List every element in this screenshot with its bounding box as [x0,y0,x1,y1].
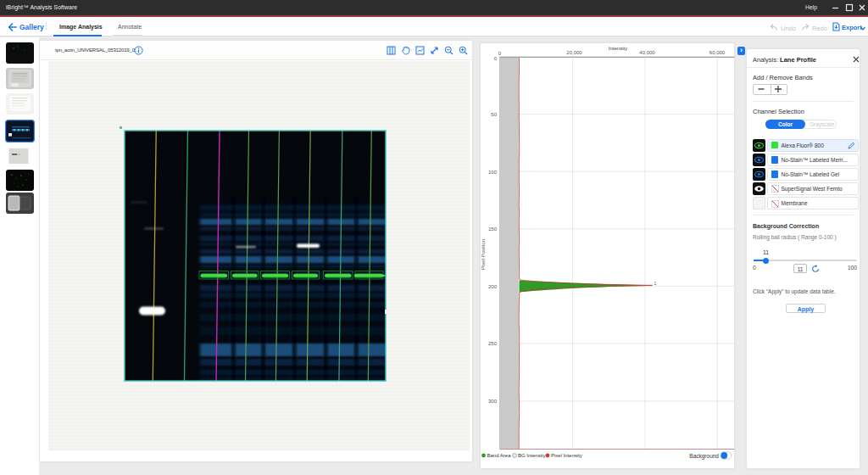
svg-text:20,000: 20,000 [566,50,582,55]
svg-text:1: 1 [654,281,657,286]
svg-text:200: 200 [488,284,498,289]
svg-text:150: 150 [488,226,498,232]
svg-text:60,000: 60,000 [709,50,726,55]
svg-text:0: 0 [498,51,502,56]
svg-text:100: 100 [488,170,498,175]
svg-text:Pixel Position: Pixel Position [481,239,486,270]
svg-text:300: 300 [488,399,498,404]
svg-text:Pixel Intensity: Pixel Intensity [551,453,582,458]
svg-text:Background: Background [689,453,719,460]
svg-text:BG Intensity: BG Intensity [518,453,546,458]
svg-text:250: 250 [488,341,498,346]
svg-text:50: 50 [491,112,497,117]
svg-text:0: 0 [494,56,498,61]
svg-text:Intensity: Intensity [609,46,627,51]
svg-text:40,000: 40,000 [639,50,655,55]
svg-text:Band Area: Band Area [487,453,512,458]
